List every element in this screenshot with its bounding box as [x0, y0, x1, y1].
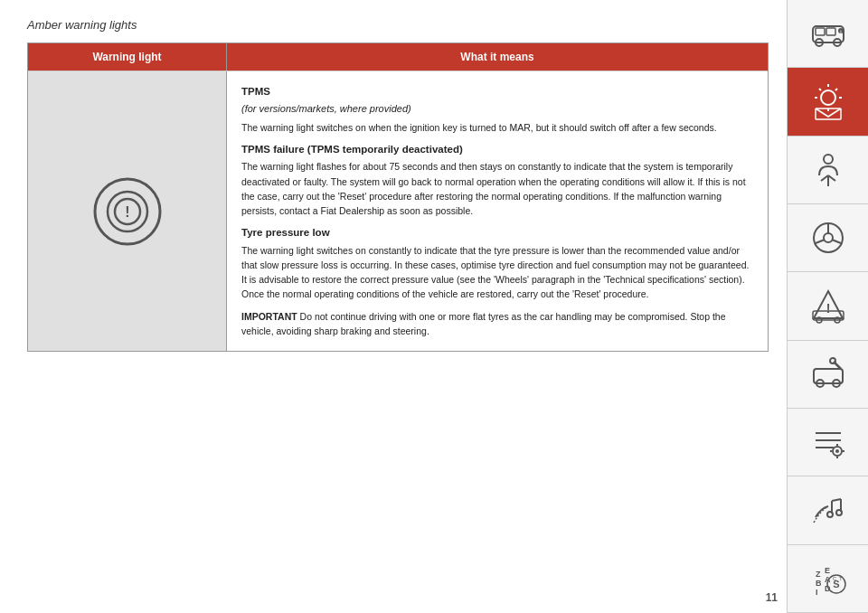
- index-icon: Z E B A I D S C T: [808, 559, 848, 599]
- important-note: IMPORTANT Do not continue driving with o…: [241, 309, 753, 339]
- page-title: Amber warning lights: [27, 18, 769, 32]
- sidebar-item-steering[interactable]: [787, 204, 868, 272]
- svg-rect-8: [826, 28, 835, 35]
- steering-icon: [808, 218, 848, 258]
- sidebar-item-breakdown[interactable]: !: [787, 272, 868, 340]
- svg-rect-7: [816, 28, 825, 35]
- text-cell: TPMS (for versions/markets, where provid…: [227, 71, 768, 351]
- svg-text:C: C: [833, 576, 837, 581]
- svg-text:T: T: [839, 576, 843, 581]
- svg-line-21: [821, 175, 828, 181]
- warning-table: Warning light What it means !: [27, 42, 769, 352]
- sidebar: i: [787, 0, 868, 613]
- sidebar-item-warning-lights[interactable]: [787, 68, 868, 136]
- section1-title: TPMS: [241, 84, 753, 99]
- sidebar-item-maintenance[interactable]: [787, 341, 868, 409]
- navigation-icon: [808, 490, 848, 530]
- svg-point-19: [824, 155, 833, 164]
- car-info-icon: i: [808, 14, 848, 53]
- svg-line-17: [835, 89, 837, 90]
- warning-lights-icon: [808, 81, 848, 121]
- col-header-warning: Warning light: [28, 43, 227, 71]
- sidebar-item-navigation[interactable]: [787, 476, 868, 544]
- svg-line-26: [816, 240, 825, 243]
- col-header-meaning: What it means: [227, 43, 768, 71]
- svg-point-42: [835, 449, 839, 453]
- svg-line-16: [819, 89, 821, 90]
- safety-icon: [808, 150, 848, 190]
- svg-point-24: [824, 233, 833, 242]
- icon-cell: !: [28, 71, 227, 351]
- tpms-warning-icon: !: [91, 175, 164, 248]
- svg-text:B: B: [816, 579, 822, 588]
- main-content: Amber warning lights Warning light What …: [0, 0, 787, 613]
- sidebar-item-index[interactable]: Z E B A I D S C T: [787, 545, 868, 613]
- table-header: Warning light What it means: [28, 43, 768, 71]
- svg-text:I: I: [816, 588, 818, 597]
- svg-text:E: E: [825, 566, 830, 575]
- svg-line-48: [832, 499, 841, 501]
- svg-line-27: [832, 240, 841, 243]
- sidebar-item-settings[interactable]: [787, 409, 868, 476]
- section3-title: Tyre pressure low: [241, 225, 753, 240]
- svg-text:Z: Z: [816, 570, 821, 579]
- svg-point-51: [836, 510, 842, 515]
- svg-point-50: [827, 512, 833, 517]
- settings-icon: [808, 422, 848, 462]
- svg-text:!: !: [826, 301, 830, 316]
- section3-body: The warning light switches on constantly…: [241, 243, 753, 302]
- section2-body: The warning light flashes for about 75 s…: [241, 159, 753, 218]
- section1-body: The warning light switches on when the i…: [241, 120, 753, 135]
- maintenance-icon: [808, 354, 848, 394]
- section1-subtitle: (for versions/markets, where provided): [241, 101, 753, 117]
- svg-text:!: !: [125, 204, 129, 220]
- sidebar-item-safety[interactable]: [787, 137, 868, 204]
- svg-point-11: [821, 90, 835, 105]
- svg-line-22: [828, 175, 835, 181]
- svg-point-37: [830, 358, 835, 363]
- table-row: ! TPMS (for versions/markets, where prov…: [28, 71, 768, 351]
- breakdown-icon: !: [808, 286, 848, 325]
- section2-title: TPMS failure (TPMS temporarily deactivat…: [241, 142, 753, 157]
- page-number: 11: [766, 591, 778, 604]
- sidebar-item-car-info[interactable]: i: [787, 0, 868, 68]
